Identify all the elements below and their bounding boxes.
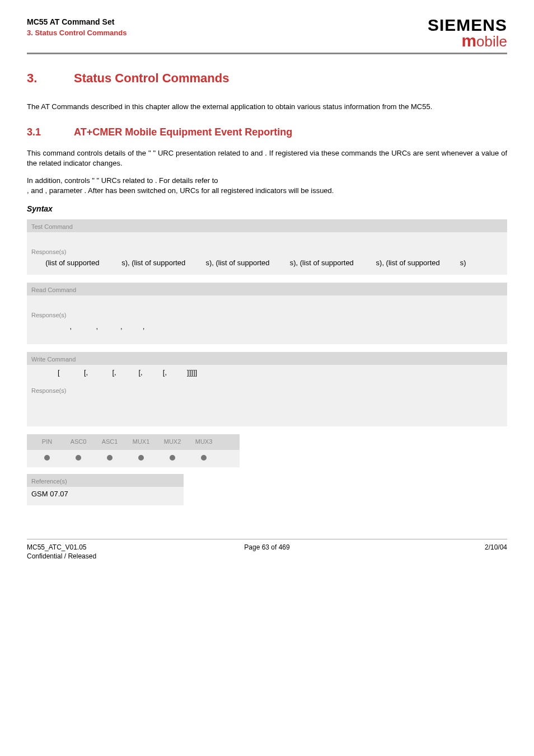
dot-cell	[31, 454, 63, 463]
read-response-text: , , , ,	[31, 321, 503, 333]
footer-confidential: Confidential / Released	[27, 552, 96, 561]
subsection-title: AT+CMER Mobile Equipment Event Reporting	[74, 125, 292, 139]
brand-mobile-m: m	[461, 31, 476, 50]
dot-cell	[188, 454, 219, 463]
col-asc0: ASC0	[63, 438, 94, 446]
write-command-response: Response(s)	[27, 384, 507, 426]
write-command-line: [ [, [, [, [, ]]]]]	[27, 365, 507, 384]
dot-icon	[170, 455, 175, 461]
header-left: MC55 AT Command Set 3. Status Control Co…	[27, 17, 127, 38]
desc-paragraph-1: This command controls details of the " "…	[27, 148, 507, 168]
col-asc1: ASC1	[94, 438, 125, 446]
intro-paragraph: The AT Commands described in this chapte…	[27, 102, 507, 112]
col-mux3: MUX3	[188, 438, 219, 446]
test-command-line	[27, 232, 507, 246]
read-command-line	[27, 295, 507, 309]
write-command-block: Write Command [ [, [, [, [, ]]]]] Respon…	[27, 352, 507, 427]
brand-mobile: mobile	[428, 32, 507, 49]
col-mux2: MUX2	[157, 438, 188, 446]
write-command-header: Write Command	[27, 352, 507, 365]
col-pin: PIN	[31, 438, 63, 446]
footer-center: Page 63 of 469	[244, 543, 289, 552]
page-header: MC55 AT Command Set 3. Status Control Co…	[27, 17, 507, 49]
footer-right: 2/10/04	[485, 543, 507, 562]
page-footer: MC55_ATC_V01.05 Confidential / Released …	[27, 539, 507, 562]
test-response-label: Response(s)	[31, 248, 503, 256]
dot-icon	[138, 455, 144, 461]
dot-cell	[157, 454, 188, 463]
desc-paragraph-3: , and , parameter . After has been switc…	[27, 186, 507, 196]
footer-left: MC55_ATC_V01.05 Confidential / Released	[27, 543, 96, 562]
syntax-label: Syntax	[27, 204, 507, 215]
read-command-header: Read Command	[27, 283, 507, 295]
brand-mobile-rest: obile	[476, 33, 507, 50]
section-number: 3.	[27, 70, 74, 87]
dot-cell	[94, 454, 125, 463]
dot-cell	[63, 454, 94, 463]
availability-table: PIN ASC0 ASC1 MUX1 MUX2 MUX3	[27, 434, 240, 467]
reference-header: Reference(s)	[27, 474, 184, 487]
section-title: Status Control Commands	[74, 70, 229, 87]
test-command-header: Test Command	[27, 219, 507, 232]
subsection-number: 3.1	[27, 125, 74, 139]
header-rule	[27, 53, 507, 54]
reference-body: GSM 07.07	[27, 487, 184, 505]
test-command-block: Test Command Response(s) (list of suppor…	[27, 219, 507, 275]
dot-icon	[107, 455, 113, 461]
test-response-text: (list of supported s), (list of supporte…	[31, 257, 503, 269]
dot-icon	[44, 455, 50, 461]
doc-title: MC55 AT Command Set	[27, 17, 127, 28]
availability-header-row: PIN ASC0 ASC1 MUX1 MUX2 MUX3	[27, 434, 240, 449]
availability-dot-row	[27, 450, 240, 467]
chapter-label: 3. Status Control Commands	[27, 28, 127, 38]
reference-block: Reference(s) GSM 07.07	[27, 474, 184, 505]
read-response-label: Response(s)	[31, 311, 503, 320]
col-mux1: MUX1	[125, 438, 157, 446]
dot-icon	[201, 455, 207, 461]
read-command-block: Read Command Response(s) , , , ,	[27, 283, 507, 344]
desc-paragraph-2: In addition, controls " " URCs related t…	[27, 176, 507, 186]
write-command-text: [ [, [, [, [, ]]]]]	[31, 367, 503, 379]
test-command-response: Response(s) (list of supported s), (list…	[27, 246, 507, 275]
section-heading: 3. Status Control Commands	[27, 70, 507, 87]
subsection-heading: 3.1 AT+CMER Mobile Equipment Event Repor…	[27, 125, 507, 139]
read-command-response: Response(s) , , , ,	[27, 309, 507, 344]
dot-icon	[76, 455, 81, 461]
brand-block: SIEMENS mobile	[428, 17, 507, 49]
write-response-label: Response(s)	[31, 387, 503, 395]
dot-cell	[125, 454, 157, 463]
footer-version: MC55_ATC_V01.05	[27, 543, 96, 552]
